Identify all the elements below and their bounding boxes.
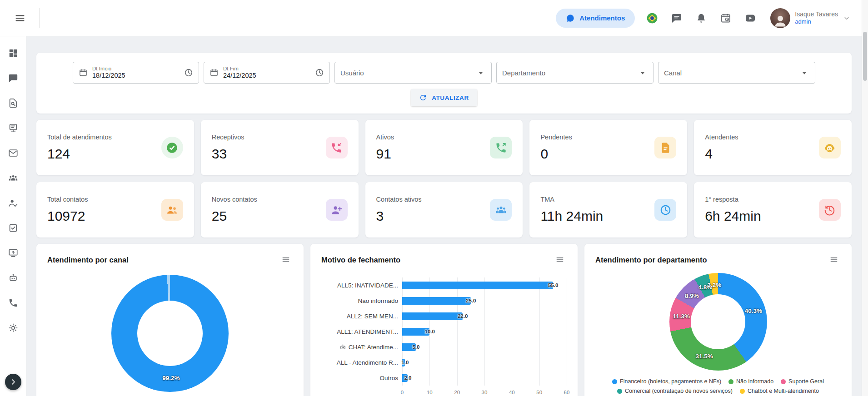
chevron-right-icon: [9, 378, 17, 386]
clock-icon: [315, 68, 324, 77]
calendar-clock-button[interactable]: [717, 9, 735, 27]
sidebar-item-kiosk[interactable]: [4, 119, 23, 138]
user-role: admin: [795, 18, 838, 25]
chat-button[interactable]: [668, 9, 686, 27]
pending-file-icon: [659, 142, 672, 154]
bar-row: 25.0: [402, 293, 567, 308]
sidebar-item-screen-share[interactable]: [4, 243, 23, 262]
date-start-value: 18/12/2025: [92, 72, 180, 79]
hamburger-icon: [15, 13, 25, 24]
chevron-down-icon: [799, 68, 809, 78]
chart-legend: Financeiro (boletos, pagamentos e NFs) N…: [595, 378, 841, 394]
sidebar-item-phone[interactable]: [4, 293, 23, 312]
bar-value-label: 10.0: [425, 329, 435, 334]
user-select[interactable]: Usuário: [334, 62, 492, 84]
clock-history-icon: [823, 204, 836, 216]
brazil-flag-icon: [646, 12, 658, 24]
legend-item[interactable]: Comercial (contratação de novos serviços…: [617, 388, 733, 394]
screen-share-icon: [8, 248, 18, 258]
bar[interactable]: 22.0: [402, 312, 463, 320]
bar-plot-area[interactable]: 55.0 25.0 22.0 10.0 5.0 1.0: [402, 277, 567, 386]
check-circle-badge: [161, 137, 183, 158]
bar[interactable]: 10.0: [402, 328, 429, 336]
sidebar-item-tasks[interactable]: [4, 218, 23, 238]
video-button[interactable]: [741, 9, 759, 27]
menu-toggle-button[interactable]: [11, 9, 29, 27]
chart-menu-button[interactable]: [279, 253, 293, 267]
chart-title: Atendimento por canal: [47, 256, 129, 264]
chatbot-icon: [8, 273, 18, 283]
people-icon: [166, 204, 178, 216]
charts-row: Atendimento por canal 99.2% Motivo de fe…: [36, 244, 852, 396]
atendimentos-label: Atendimentos: [579, 14, 625, 22]
sidebar-expand-button[interactable]: [5, 374, 21, 390]
legend-item[interactable]: Suporte Geral: [781, 378, 824, 385]
bar-chart: ALL5: INATIVIDADE...Não informadoALL2: S…: [321, 277, 567, 396]
date-start-field[interactable]: Dt Início 18/12/2025: [73, 62, 199, 84]
sidebar-item-search-report[interactable]: [4, 94, 23, 113]
sidebar-item-groups[interactable]: [4, 168, 23, 188]
calendar-icon: [210, 68, 219, 77]
legend-dot: [740, 389, 745, 394]
x-tick-label: 0: [401, 390, 404, 395]
department-select[interactable]: Departamento: [496, 62, 653, 84]
stat-value: 4: [705, 146, 738, 162]
slice-percent-label: 40.3%: [745, 307, 762, 314]
sidebar-item-chatbot[interactable]: [4, 268, 23, 287]
sidebar-item-contact-check[interactable]: [4, 193, 23, 213]
x-tick-label: 40: [509, 390, 515, 395]
groups-icon: [8, 173, 18, 183]
atualizar-button[interactable]: ATUALIZAR: [411, 89, 477, 106]
bar-value-label: 2.0: [404, 375, 411, 381]
calendar-icon: [79, 68, 88, 77]
legend-item[interactable]: Financeiro (boletos, pagamentos e NFs): [612, 378, 721, 385]
chart-menu-button[interactable]: [553, 253, 567, 267]
calendar-icon: [210, 68, 219, 77]
donut-chart[interactable]: 99.2%: [111, 275, 229, 392]
stat-value: 11h 24min: [540, 208, 603, 224]
user-avatar: [770, 8, 790, 28]
bar-value-label: 55.0: [548, 282, 558, 288]
stat-value: 3: [376, 208, 422, 224]
person-add-badge: [326, 199, 348, 221]
agent-face-icon: [823, 142, 836, 154]
donut-hole: [137, 301, 203, 366]
stat-label: Total de atendimentos: [47, 134, 112, 141]
chart-card-canal: Atendimento por canal 99.2%: [36, 244, 304, 396]
scrollbar-thumb[interactable]: [863, 32, 867, 81]
video-icon: [745, 13, 756, 24]
stat-value: 124: [47, 146, 112, 162]
bar[interactable]: 2.0: [402, 374, 408, 382]
bar[interactable]: 5.0: [402, 343, 416, 351]
bar[interactable]: 1.0: [402, 359, 405, 366]
stat-card-0: Total de atendimentos 124: [36, 120, 194, 175]
atendimentos-nav-button[interactable]: Atendimentos: [556, 9, 635, 28]
bar[interactable]: 55.0: [402, 282, 553, 289]
brazil-flag-button[interactable]: [643, 9, 661, 27]
chevron-down-icon: [638, 68, 648, 78]
notifications-button[interactable]: [692, 9, 710, 27]
bar-row: 22.0: [402, 308, 567, 324]
header-divider: [39, 8, 40, 28]
bar-category-label: Outros: [321, 370, 402, 386]
user-menu[interactable]: Isaque Tavares admin: [770, 8, 851, 28]
chart-menu-button[interactable]: [827, 253, 841, 267]
sidebar-item-settings[interactable]: [4, 318, 23, 337]
chart-title: Atendimento por departamento: [595, 256, 707, 264]
chevron-down-icon: [476, 68, 486, 78]
dashboard-icon: [8, 48, 18, 58]
legend-item[interactable]: Não informado: [728, 378, 773, 385]
channel-select[interactable]: Canal: [658, 62, 815, 84]
slice-percent-label: 99.2%: [162, 375, 180, 381]
bar-value-label: 22.0: [458, 313, 468, 319]
sidebar-item-mail[interactable]: [4, 144, 23, 163]
sidebar-item-chats[interactable]: [4, 69, 23, 88]
date-end-field[interactable]: Dt Fim 24/12/2025: [204, 62, 330, 84]
bar[interactable]: 25.0: [402, 297, 471, 305]
sidebar-item-dashboard[interactable]: [4, 44, 23, 63]
stat-value: 6h 24min: [705, 208, 761, 224]
date-end-label: Dt Fim: [223, 66, 310, 72]
donut-chart[interactable]: 40.3%31.5%11.3%8.9%4.8%3.2%: [669, 273, 767, 371]
stat-label: Ativos: [376, 134, 394, 141]
legend-item[interactable]: Chatbot e Multi-atendimento: [740, 388, 819, 394]
